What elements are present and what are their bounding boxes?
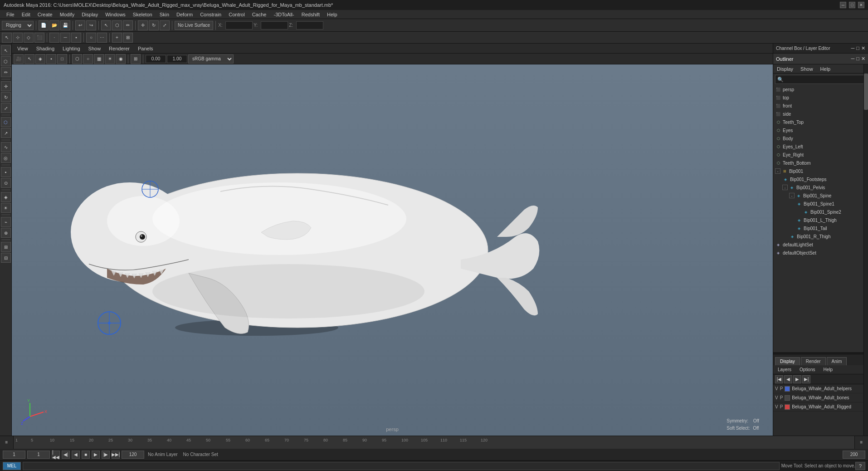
comp-mode-btn[interactable]: ⬛: [34, 33, 44, 43]
range-start-input[interactable]: [27, 451, 50, 459]
outliner-item-bip001-r-thigh[interactable]: ◈ Bip001_R_Thigh: [773, 232, 868, 240]
vp-menu-panels[interactable]: Panels: [134, 45, 157, 52]
rotate-lt-btn[interactable]: ↻: [1, 92, 11, 102]
vp-tb-camera[interactable]: 🎥: [14, 54, 24, 64]
outliner-minimize-btn[interactable]: ─: [851, 56, 855, 62]
nurbs-lt-btn[interactable]: ◎: [1, 153, 11, 163]
lasso-lt-btn[interactable]: ⬡: [1, 56, 11, 66]
scale-lt-btn[interactable]: ⤢: [1, 103, 11, 113]
menu-control[interactable]: Control: [225, 11, 248, 18]
vp-tb-wireframe[interactable]: ⬡: [72, 54, 82, 64]
stop-button[interactable]: ■: [82, 451, 90, 459]
outliner-item-bip001-spine2[interactable]: ◈ Bip001_Spine2: [773, 208, 868, 216]
gamma-selector[interactable]: sRGB gamma: [188, 54, 234, 64]
vp-tb-shading1[interactable]: ◈: [35, 54, 45, 64]
layer-p-btn1[interactable]: P: [780, 386, 783, 391]
outliner-item-eye-right[interactable]: ⬡ Eye_Right: [773, 151, 868, 159]
maximize-button[interactable]: □: [849, 2, 855, 8]
command-input-field[interactable]: [25, 463, 777, 468]
menu-3dtoall[interactable]: -3DToAll-: [270, 11, 297, 18]
edge-btn[interactable]: ─: [60, 33, 70, 43]
layer-row-rigged[interactable]: V P Beluga_Whale_Adult_Rigged: [773, 402, 868, 412]
outliner-item-persp[interactable]: ⬛ persp: [773, 85, 868, 93]
timeline-right-btn[interactable]: ≡: [854, 436, 868, 449]
outliner-item-default-light-set[interactable]: ◈ defaultLightSet: [773, 240, 868, 249]
tab-display[interactable]: Display: [775, 357, 800, 365]
outliner-item-teeth-bottom[interactable]: ⬡ Teeth_Bottom: [773, 159, 868, 167]
sculpt-lt-btn[interactable]: ⊙: [1, 178, 11, 188]
menu-modify[interactable]: Modify: [56, 11, 78, 18]
right-scrollbar[interactable]: [863, 64, 868, 436]
menu-display[interactable]: Display: [78, 11, 102, 18]
vp-menu-view[interactable]: View: [14, 45, 32, 52]
constraint-lt-btn[interactable]: ⊕: [1, 228, 11, 238]
lasso-tool[interactable]: ⬡: [112, 20, 122, 30]
step-back-button[interactable]: ◀|: [62, 451, 70, 459]
outliner-item-front[interactable]: ⬛ front: [773, 102, 868, 110]
layer-p-btn2[interactable]: P: [780, 395, 783, 400]
layer-step-fwd-btn[interactable]: ▶: [793, 375, 801, 383]
range-end-input[interactable]: [122, 451, 144, 459]
redo-button[interactable]: ↪: [86, 20, 96, 30]
tab-render[interactable]: Render: [801, 357, 826, 365]
menu-constrain[interactable]: Constrain: [196, 11, 225, 18]
obj-mode-btn[interactable]: ◇: [24, 33, 34, 43]
close-button[interactable]: ✕: [858, 2, 864, 8]
step-forward-button[interactable]: |▶: [102, 451, 110, 459]
outliner-menu-show[interactable]: Show: [799, 65, 815, 73]
curve-hull-btn[interactable]: ⋯: [97, 33, 107, 43]
help-line-btn[interactable]: ?: [855, 462, 865, 470]
extras-lt-btn1[interactable]: ⊞: [1, 242, 11, 252]
layer-v-btn1[interactable]: V: [775, 386, 778, 391]
curve-pt-btn[interactable]: ○: [86, 33, 96, 43]
ik-lt-btn[interactable]: ↗: [1, 128, 11, 138]
expand-bip001[interactable]: -: [775, 168, 780, 174]
menu-create[interactable]: Create: [34, 11, 56, 18]
vp-tb-shading3[interactable]: □: [57, 54, 67, 64]
outliner-item-teeth-top[interactable]: ⬡ Teeth_Top: [773, 118, 868, 126]
outliner-item-bip001-pelvis[interactable]: - ◈ Bip001_Pelvis: [773, 183, 868, 191]
curve-lt-btn[interactable]: ∿: [1, 142, 11, 152]
layer-v-btn3[interactable]: V: [775, 404, 778, 409]
extras-lt-btn2[interactable]: ⊟: [1, 253, 11, 263]
layer-skip-end-btn[interactable]: ▶|: [802, 375, 810, 383]
y-value-input[interactable]: [261, 21, 288, 29]
layer-v-btn2[interactable]: V: [775, 395, 778, 400]
new-scene-button[interactable]: 📄: [39, 20, 49, 30]
timeline-expand-btn[interactable]: ≡: [0, 436, 14, 449]
paint-select[interactable]: ✏: [123, 20, 133, 30]
outliner-item-top[interactable]: ⬛ top: [773, 93, 868, 102]
layer-skip-start-btn[interactable]: |◀: [775, 375, 783, 383]
minimize-button[interactable]: ─: [840, 2, 846, 8]
undo-button[interactable]: ↩: [75, 20, 85, 30]
layer-menu-options[interactable]: Options: [798, 366, 817, 373]
render-lt-btn[interactable]: ◈: [1, 192, 11, 202]
command-line-input[interactable]: [23, 462, 780, 470]
layer-menu-layers[interactable]: Layers: [776, 366, 793, 373]
menu-skeleton[interactable]: Skeleton: [129, 11, 156, 18]
skip-end-button[interactable]: ▶▶|: [112, 451, 120, 459]
scale-tool[interactable]: ⤢: [160, 20, 170, 30]
layer-step-back-btn[interactable]: ◀: [784, 375, 792, 383]
right-scroll-thumb[interactable]: [864, 74, 868, 110]
vp-tb-texture[interactable]: ▦: [94, 54, 104, 64]
outliner-item-eyes[interactable]: ⬡ Eyes: [773, 126, 868, 134]
select-all-btn[interactable]: ↖: [2, 33, 12, 43]
poly-lt-btn[interactable]: ▪: [1, 167, 11, 177]
skip-start-button[interactable]: |◀◀: [52, 451, 60, 459]
cb-minimize-btn[interactable]: ─: [851, 45, 855, 51]
outliner-menu-display[interactable]: Display: [775, 65, 795, 73]
layer-menu-help[interactable]: Help: [821, 366, 834, 373]
outliner-item-side[interactable]: ⬛ side: [773, 110, 868, 118]
vp-menu-show[interactable]: Show: [85, 45, 105, 52]
expand-pelvis[interactable]: -: [782, 185, 788, 190]
z-value-input[interactable]: [296, 21, 323, 29]
menu-deform[interactable]: Deform: [173, 11, 196, 18]
layer-row-bones[interactable]: V P Beluga_Whale_Adult_bones: [773, 393, 868, 402]
move-lt-btn[interactable]: ✛: [1, 81, 11, 91]
layer-color-helpers[interactable]: [785, 386, 790, 392]
menu-redshift[interactable]: Redshift: [298, 11, 323, 18]
vp-menu-renderer[interactable]: Renderer: [105, 45, 133, 52]
play-back-button[interactable]: ◀: [72, 451, 80, 459]
expand-spine[interactable]: -: [789, 193, 795, 198]
